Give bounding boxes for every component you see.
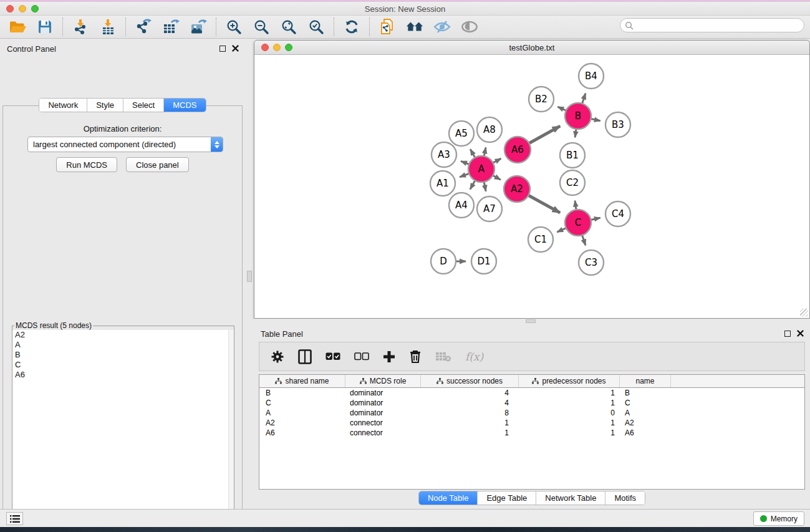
save-session-button[interactable] (36, 18, 54, 36)
tab-network[interactable]: Network (39, 99, 87, 112)
graph-node-C1[interactable]: C1 (528, 227, 553, 252)
mcds-result-item[interactable]: B (12, 350, 234, 360)
cell-name[interactable]: A (620, 408, 671, 418)
close-panel-button[interactable]: Close panel (126, 157, 189, 172)
network-canvas[interactable]: B4B2BB3A5A8A6B1A3AA1C2A2A4A7C4CC1C3DD1 (254, 55, 809, 318)
mcds-result-item[interactable]: A6 (12, 370, 234, 380)
select-all-rows-button[interactable] (325, 349, 340, 365)
graph-node-C2[interactable]: C2 (560, 170, 585, 195)
cell-predecessor_nodes[interactable]: 1 (519, 428, 620, 438)
graph-node-A3[interactable]: A3 (432, 142, 456, 167)
cell-predecessor_nodes[interactable]: 1 (519, 398, 620, 408)
graph-node-C3[interactable]: C3 (579, 250, 604, 275)
cell-shared_name[interactable]: A6 (259, 428, 345, 438)
cell-successor_nodes[interactable]: 1 (421, 428, 519, 438)
cell-predecessor_nodes[interactable]: 1 (519, 388, 620, 398)
graph-node-A6[interactable]: A6 (504, 137, 531, 163)
float-panel-icon[interactable] (219, 46, 226, 52)
graph-node-A5[interactable]: A5 (449, 121, 474, 146)
cell-mcds_role[interactable]: dominator (345, 408, 421, 418)
cell-successor_nodes[interactable]: 8 (421, 408, 519, 418)
mcds-result-item[interactable]: A2 (12, 330, 234, 340)
show-all-networks-button[interactable] (406, 18, 423, 36)
graph-node-D1[interactable]: D1 (471, 249, 496, 274)
cell-shared_name[interactable]: C (259, 398, 345, 408)
refresh-view-button[interactable] (343, 18, 360, 36)
table-row[interactable]: A6connector11A6 (259, 428, 804, 438)
network-window-titlebar[interactable]: testGlobe.txt (254, 41, 809, 55)
table-options-button[interactable] (271, 349, 284, 365)
memory-button[interactable]: Memory (753, 511, 804, 526)
close-table-panel-icon[interactable] (797, 330, 804, 337)
task-history-button[interactable] (6, 512, 23, 525)
show-selected-button[interactable] (461, 18, 478, 36)
cell-predecessor_nodes[interactable]: 1 (519, 418, 620, 428)
criterion-dropdown[interactable]: largest connected component (directed) (27, 137, 223, 152)
duplicate-network-button[interactable] (378, 18, 396, 36)
cell-mcds_role[interactable]: connector (345, 428, 421, 438)
table-row[interactable]: A2connector11A2 (259, 418, 804, 428)
cell-name[interactable]: B (620, 388, 671, 398)
horizontal-splitter[interactable] (254, 319, 810, 324)
graph-node-B[interactable]: B (565, 103, 591, 129)
search-input[interactable] (634, 20, 804, 31)
show-columns-button[interactable] (298, 349, 312, 365)
cell-successor_nodes[interactable]: 1 (421, 418, 519, 428)
cell-shared_name[interactable]: A2 (259, 418, 345, 428)
delete-table-button[interactable] (435, 349, 451, 365)
column-header-name[interactable]: name (620, 375, 671, 387)
graph-node-A[interactable]: A (468, 156, 494, 182)
delete-column-button[interactable] (409, 349, 422, 365)
cell-name[interactable]: A2 (620, 418, 671, 428)
open-session-button[interactable] (9, 18, 26, 36)
graph-node-A1[interactable]: A1 (430, 171, 455, 196)
function-builder-button[interactable]: f(x) (465, 349, 483, 365)
cell-mcds_role[interactable]: dominator (345, 388, 421, 398)
zoom-fit-button[interactable] (280, 18, 297, 36)
cell-name[interactable]: C (620, 398, 671, 408)
column-header-mcds-role[interactable]: MCDS role (345, 375, 421, 387)
export-network-button[interactable] (135, 18, 152, 36)
graph-node-B3[interactable]: B3 (605, 112, 630, 137)
cell-mcds_role[interactable]: connector (345, 418, 421, 428)
mcds-result-item[interactable]: C (12, 360, 234, 370)
graph-node-A7[interactable]: A7 (477, 196, 502, 221)
export-image-button[interactable] (190, 18, 207, 36)
close-panel-icon[interactable] (232, 45, 239, 52)
graph-node-B2[interactable]: B2 (529, 87, 554, 112)
import-table-button[interactable] (99, 18, 117, 36)
hide-selected-button[interactable] (433, 18, 451, 36)
tab-style[interactable]: Style (87, 99, 123, 112)
column-header-successor-nodes[interactable]: successor nodes (421, 375, 519, 387)
create-column-button[interactable] (383, 349, 395, 365)
graph-node-D[interactable]: D (431, 249, 456, 274)
zoom-out-button[interactable] (253, 18, 270, 36)
tab-select[interactable]: Select (123, 99, 164, 112)
horizontal-splitter-handle[interactable] (526, 319, 536, 323)
table-tab-motifs[interactable]: Motifs (605, 491, 645, 505)
graph-node-A2[interactable]: A2 (504, 176, 530, 202)
graph-node-C[interactable]: C (565, 210, 591, 236)
vertical-splitter-handle[interactable] (247, 271, 252, 282)
cell-name[interactable]: A6 (620, 428, 671, 438)
graph-node-B4[interactable]: B4 (579, 64, 604, 89)
window-resize-grip[interactable] (800, 309, 808, 317)
graph-node-B1[interactable]: B1 (560, 143, 585, 168)
run-mcds-button[interactable]: Run MCDS (56, 157, 117, 172)
table-row[interactable]: Cdominator41C (259, 398, 804, 408)
cell-successor_nodes[interactable]: 4 (421, 388, 519, 398)
cell-predecessor_nodes[interactable]: 0 (519, 408, 620, 418)
export-table-button[interactable] (162, 18, 180, 36)
graph-node-C4[interactable]: C4 (605, 201, 630, 226)
graph-node-A8[interactable]: A8 (477, 117, 502, 142)
mcds-result-item[interactable]: A (12, 340, 234, 350)
cell-shared_name[interactable]: B (259, 388, 345, 398)
zoom-in-button[interactable] (225, 18, 243, 36)
zoom-selected-button[interactable] (307, 18, 325, 36)
tab-mcds[interactable]: MCDS (164, 99, 205, 112)
column-header-shared-name[interactable]: shared name (259, 375, 345, 387)
column-header-predecessor-nodes[interactable]: predecessor nodes (519, 375, 620, 387)
result-list-scrollbar[interactable] (228, 330, 234, 532)
float-table-panel-icon[interactable] (784, 331, 791, 337)
search-field[interactable] (620, 18, 804, 32)
